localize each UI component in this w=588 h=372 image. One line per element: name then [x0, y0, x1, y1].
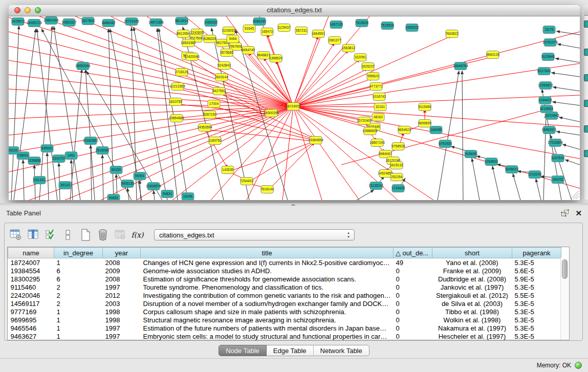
graph-node[interactable]: 8454749 — [242, 47, 255, 54]
graph-edge[interactable] — [438, 71, 459, 200]
graph-node[interactable]: 8267150 — [203, 111, 216, 119]
close-window-button[interactable] — [14, 7, 20, 13]
graph-node[interactable]: 164095 — [430, 126, 442, 134]
graph-node[interactable]: 2718126 — [175, 69, 188, 76]
graph-edge[interactable] — [293, 63, 580, 106]
graph-edge[interactable] — [553, 87, 580, 91]
graph-node[interactable]: 7616144 — [260, 186, 274, 193]
graph-edge[interactable] — [557, 44, 580, 48]
graph-node[interactable]: 10719155 — [124, 18, 139, 26]
graph-node[interactable]: 9129946 — [541, 53, 555, 61]
memory-status-indicator[interactable] — [575, 362, 582, 369]
graph-node[interactable]: 1563812 — [342, 45, 355, 52]
graph-node[interactable]: 8427552 — [212, 87, 226, 95]
graph-edge[interactable] — [39, 26, 52, 200]
graph-node[interactable]: 165473 — [261, 28, 273, 36]
graph-edge[interactable] — [41, 29, 132, 200]
graph-edge[interactable] — [536, 179, 541, 200]
column-header-name[interactable]: name — [8, 248, 54, 258]
graph-edge[interactable] — [513, 173, 520, 200]
graph-edge[interactable] — [210, 117, 314, 140]
graph-node[interactable]: 1388520 — [269, 55, 282, 62]
tab-network-table[interactable]: Network Table — [314, 345, 369, 356]
close-panel-icon[interactable]: ✕ — [575, 209, 582, 217]
table-row[interactable]: 946554611997Estimation of the future num… — [8, 324, 561, 332]
graph-node[interactable]: 1733426 — [391, 185, 405, 192]
graph-node[interactable]: 8466160 — [102, 19, 115, 27]
graph-edge[interactable] — [54, 26, 80, 200]
float-panel-icon[interactable] — [561, 209, 569, 217]
graph-node[interactable]: 143535 — [222, 166, 234, 174]
graph-node[interactable]: 9115460 — [418, 103, 431, 111]
graph-node[interactable]: 2405572 — [11, 18, 25, 26]
function-builder-icon[interactable]: f(x) — [130, 228, 144, 242]
graph-node[interactable]: 1451 — [65, 152, 77, 160]
graph-node[interactable]: 91645 — [243, 25, 255, 33]
graph-node[interactable]: 8466160 — [253, 18, 266, 26]
graph-node[interactable]: 9654923 — [398, 126, 411, 134]
graph-node[interactable]: 15751074 — [542, 39, 558, 47]
graph-node[interactable]: 59051 — [134, 172, 146, 180]
graph-edge[interactable] — [293, 42, 335, 106]
graph-node[interactable]: 10688609 — [362, 127, 378, 135]
minimize-window-button[interactable] — [25, 7, 31, 13]
table-scrollbar-thumb[interactable] — [562, 259, 568, 279]
graph-node[interactable]: 8813014 — [175, 17, 188, 25]
graph-node[interactable]: 2226053 — [222, 27, 235, 35]
graph-node[interactable]: 17004 — [208, 100, 220, 108]
column-header-in_degree[interactable]: in_degree — [54, 248, 103, 258]
graph-node[interactable]: 22420046 — [184, 53, 200, 61]
graph-node[interactable]: 915605 — [465, 150, 477, 158]
zoom-window-button[interactable] — [35, 7, 41, 13]
graph-node[interactable]: 1527802 — [81, 17, 95, 25]
graph-node[interactable]: 1626237 — [361, 63, 375, 71]
graph-edge[interactable] — [282, 106, 293, 200]
graph-edge[interactable] — [102, 155, 103, 200]
delete-table-icon[interactable] — [96, 228, 110, 242]
graph-node[interactable]: 1125437 — [277, 24, 291, 32]
graph-edge[interactable] — [9, 32, 293, 106]
graph-node[interactable]: 557231 — [295, 27, 308, 35]
graph-node[interactable]: 16346 — [182, 193, 194, 201]
graph-node[interactable]: 9660126 — [486, 51, 499, 59]
graph-edge[interactable] — [9, 106, 293, 135]
graph-edge[interactable] — [551, 73, 580, 77]
graph-edge[interactable] — [556, 132, 580, 135]
tab-edge-table[interactable]: Edge Table — [267, 345, 314, 356]
graph-node[interactable]: 1094503 — [485, 158, 498, 166]
graph-node[interactable]: 14353594 — [197, 124, 212, 132]
graph-node[interactable]: 164202 — [552, 176, 564, 184]
graph-node[interactable]: 252254 — [390, 173, 403, 181]
graph-node[interactable]: 3575685 — [220, 49, 233, 57]
graph-node[interactable]: 4773771 — [369, 83, 383, 91]
graph-node[interactable]: 1981377 — [328, 37, 341, 45]
graph-edge[interactable] — [293, 106, 322, 200]
graph-edge[interactable] — [472, 158, 480, 200]
window-titlebar[interactable]: citations_edges.txt — [9, 5, 580, 16]
table-selector-dropdown[interactable]: citations_edges.txt ▲▼ — [154, 229, 355, 240]
column-header-title[interactable]: title — [141, 248, 394, 258]
table-row[interactable]: 946362711997Embryonic stem cells: a mode… — [8, 332, 561, 340]
graph-edge[interactable] — [14, 29, 36, 200]
table-row[interactable]: 969969511998Structural magnetic resonanc… — [8, 316, 561, 324]
column-header-year[interactable]: year — [103, 248, 141, 258]
column-header-pagerank[interactable]: pagerank — [512, 248, 561, 258]
column-settings-icon[interactable] — [9, 228, 23, 242]
tab-node-table[interactable]: Node Table — [219, 345, 267, 356]
graph-node[interactable]: 9646821 — [257, 52, 270, 59]
graph-node[interactable]: 9245012 — [505, 166, 518, 173]
graph-node[interactable]: 9242843 — [217, 62, 231, 70]
graph-node[interactable]: 6791930 — [439, 140, 452, 148]
graph-node[interactable]: 955823 — [367, 73, 379, 80]
graph-node[interactable]: 10653327 — [61, 19, 77, 27]
network-graph-canvas[interactable]: 2405572240557242069140610653327152780284… — [9, 16, 580, 200]
graph-node[interactable]: 235001 — [17, 152, 29, 160]
graph-node[interactable]: 1065332 — [204, 19, 217, 27]
graph-node[interactable]: 18724007 — [286, 103, 301, 111]
graph-node[interactable]: 12213353 — [170, 83, 185, 91]
graph-node[interactable]: 1210243 — [528, 171, 541, 179]
graph-node[interactable]: 8186328 — [203, 35, 216, 43]
graph-node[interactable]: 1244419 — [538, 97, 552, 104]
graph-node[interactable]: 32161 — [374, 103, 386, 111]
graph-node[interactable]: 9756928 — [391, 143, 405, 150]
